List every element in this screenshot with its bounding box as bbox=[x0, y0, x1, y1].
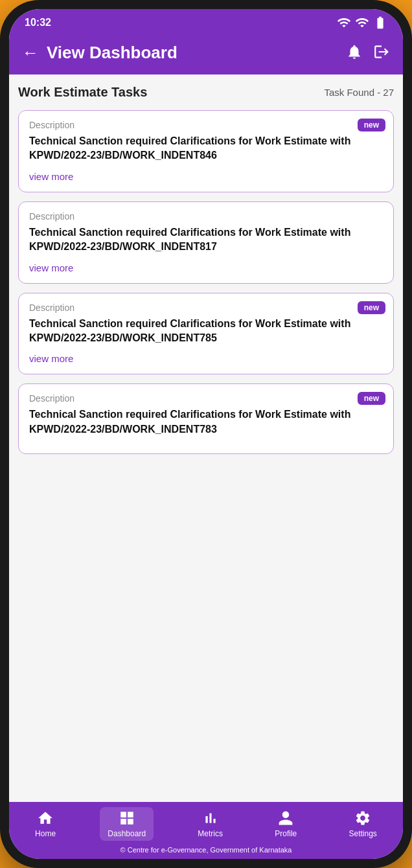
profile-icon bbox=[277, 810, 294, 827]
nav-item-settings[interactable]: Settings bbox=[341, 807, 384, 841]
new-badge: new bbox=[358, 119, 385, 131]
nav-item-profile[interactable]: Profile bbox=[267, 807, 304, 841]
task-card: new Description Technical Sanction requi… bbox=[18, 383, 394, 454]
description-label: Description bbox=[29, 393, 383, 404]
footer-copyright: © Centre for e-Governance, Government of… bbox=[120, 846, 292, 854]
home-icon bbox=[37, 810, 54, 827]
status-bar: 10:32 bbox=[9, 9, 403, 34]
page-title: View Dashboard bbox=[47, 43, 346, 63]
settings-icon bbox=[354, 810, 371, 827]
wifi-icon bbox=[337, 16, 351, 30]
view-more-link[interactable]: view more bbox=[29, 353, 73, 364]
settings-label: Settings bbox=[349, 829, 376, 838]
app-header: ← View Dashboard bbox=[9, 34, 403, 74]
metrics-icon bbox=[202, 810, 219, 827]
task-count: Task Found - 27 bbox=[324, 87, 394, 98]
footer-text: © Centre for e-Governance, Government of… bbox=[9, 843, 403, 859]
bottom-nav: Home Dashboard Metrics bbox=[9, 802, 403, 843]
status-icons bbox=[337, 16, 387, 30]
description-label: Description bbox=[29, 303, 383, 313]
dashboard-label: Dashboard bbox=[108, 829, 146, 838]
page-header: Work Estimate Tasks Task Found - 27 bbox=[18, 85, 394, 100]
signal-icon bbox=[355, 16, 369, 30]
new-badge: new bbox=[358, 301, 385, 314]
phone-shell: 10:32 ← View Dashboard bbox=[0, 0, 412, 868]
nav-item-dashboard[interactable]: Dashboard bbox=[100, 807, 154, 841]
description-text: Technical Sanction required Clarificatio… bbox=[29, 225, 383, 255]
description-text: Technical Sanction required Clarificatio… bbox=[29, 134, 383, 163]
nav-item-home[interactable]: Home bbox=[27, 807, 63, 841]
description-text: Technical Sanction required Clarificatio… bbox=[29, 407, 383, 437]
task-card: new Description Technical Sanction requi… bbox=[18, 293, 394, 375]
view-more-link[interactable]: view more bbox=[29, 171, 73, 182]
metrics-label: Metrics bbox=[198, 829, 223, 838]
task-card: new Description Technical Sanction requi… bbox=[18, 110, 394, 192]
home-label: Home bbox=[35, 829, 56, 838]
logout-icon[interactable] bbox=[373, 43, 390, 63]
back-button[interactable]: ← bbox=[22, 43, 39, 63]
phone-inner: 10:32 ← View Dashboard bbox=[9, 9, 403, 859]
battery-icon bbox=[373, 16, 387, 30]
main-content: Work Estimate Tasks Task Found - 27 new … bbox=[9, 74, 403, 802]
header-icons bbox=[346, 43, 390, 63]
time-display: 10:32 bbox=[25, 17, 51, 29]
description-text: Technical Sanction required Clarificatio… bbox=[29, 317, 383, 346]
work-estimate-title: Work Estimate Tasks bbox=[18, 85, 147, 100]
view-more-link[interactable]: view more bbox=[29, 262, 73, 273]
bell-icon[interactable] bbox=[346, 43, 363, 63]
new-badge: new bbox=[358, 392, 385, 405]
task-card: Description Technical Sanction required … bbox=[18, 201, 394, 284]
nav-item-metrics[interactable]: Metrics bbox=[190, 807, 231, 841]
profile-label: Profile bbox=[275, 829, 297, 838]
dashboard-icon bbox=[119, 810, 135, 827]
description-label: Description bbox=[29, 211, 383, 222]
description-label: Description bbox=[29, 120, 383, 130]
